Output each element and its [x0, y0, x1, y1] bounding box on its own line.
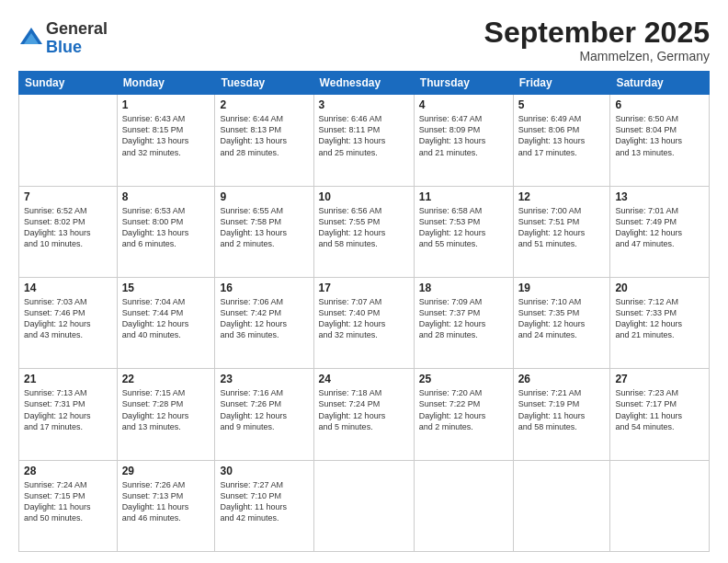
calendar-table: Sunday Monday Tuesday Wednesday Thursday…: [18, 71, 710, 552]
day-info: Sunrise: 7:07 AMSunset: 7:40 PMDaylight:…: [319, 296, 409, 341]
day-info: Sunrise: 7:26 AMSunset: 7:13 PMDaylight:…: [122, 479, 210, 524]
calendar-cell: 6Sunrise: 6:50 AMSunset: 8:04 PMDaylight…: [610, 95, 710, 186]
calendar-cell: 9Sunrise: 6:55 AMSunset: 7:58 PMDaylight…: [215, 186, 313, 277]
day-number: 21: [24, 373, 112, 385]
day-number: 24: [319, 373, 409, 385]
calendar-cell: 15Sunrise: 7:04 AMSunset: 7:44 PMDayligh…: [117, 277, 215, 368]
calendar-cell: 12Sunrise: 7:00 AMSunset: 7:51 PMDayligh…: [513, 186, 610, 277]
calendar-cell: 17Sunrise: 7:07 AMSunset: 7:40 PMDayligh…: [313, 277, 414, 368]
calendar-header: Sunday Monday Tuesday Wednesday Thursday…: [19, 72, 710, 95]
day-number: 6: [615, 98, 704, 111]
logo: General Blue: [18, 20, 108, 57]
day-info: Sunrise: 7:18 AMSunset: 7:24 PMDaylight:…: [319, 387, 409, 432]
day-info: Sunrise: 7:00 AMSunset: 7:51 PMDaylight:…: [518, 205, 606, 250]
month-title: September 2025: [484, 17, 710, 49]
calendar-cell: 23Sunrise: 7:16 AMSunset: 7:26 PMDayligh…: [215, 369, 313, 460]
day-number: 22: [122, 373, 210, 385]
calendar-cell: 4Sunrise: 6:47 AMSunset: 8:09 PMDaylight…: [414, 95, 513, 186]
logo-text: General Blue: [46, 20, 108, 57]
calendar-cell: [513, 460, 610, 551]
day-info: Sunrise: 7:20 AMSunset: 7:22 PMDaylight:…: [419, 387, 508, 432]
day-number: 2: [220, 98, 308, 111]
col-monday: Monday: [117, 72, 215, 95]
day-number: 8: [122, 190, 210, 203]
calendar-cell: 19Sunrise: 7:10 AMSunset: 7:35 PMDayligh…: [513, 277, 610, 368]
day-number: 26: [518, 373, 606, 385]
day-number: 29: [122, 465, 210, 477]
calendar-cell: 8Sunrise: 6:53 AMSunset: 8:00 PMDaylight…: [117, 186, 215, 277]
calendar-cell: 5Sunrise: 6:49 AMSunset: 8:06 PMDaylight…: [513, 95, 610, 186]
day-number: 18: [419, 282, 508, 294]
day-number: 16: [220, 282, 308, 294]
calendar-cell: 27Sunrise: 7:23 AMSunset: 7:17 PMDayligh…: [610, 369, 710, 460]
calendar-cell: 1Sunrise: 6:43 AMSunset: 8:15 PMDaylight…: [117, 95, 215, 186]
day-number: 28: [24, 465, 112, 477]
day-number: 5: [518, 98, 606, 111]
day-number: 27: [615, 373, 704, 385]
calendar-cell: 21Sunrise: 7:13 AMSunset: 7:31 PMDayligh…: [19, 369, 118, 460]
day-info: Sunrise: 6:50 AMSunset: 8:04 PMDaylight:…: [615, 113, 704, 158]
logo-general: General: [46, 20, 108, 39]
day-number: 11: [419, 190, 508, 203]
day-info: Sunrise: 7:24 AMSunset: 7:15 PMDaylight:…: [24, 479, 112, 524]
calendar-cell: 10Sunrise: 6:56 AMSunset: 7:55 PMDayligh…: [313, 186, 414, 277]
day-info: Sunrise: 6:58 AMSunset: 7:53 PMDaylight:…: [419, 205, 508, 250]
calendar-cell: 18Sunrise: 7:09 AMSunset: 7:37 PMDayligh…: [414, 277, 513, 368]
page: General Blue September 2025 Mammelzen, G…: [0, 0, 728, 563]
day-info: Sunrise: 7:01 AMSunset: 7:49 PMDaylight:…: [615, 205, 704, 250]
calendar-cell: 3Sunrise: 6:46 AMSunset: 8:11 PMDaylight…: [313, 95, 414, 186]
day-info: Sunrise: 7:03 AMSunset: 7:46 PMDaylight:…: [24, 296, 112, 341]
calendar-cell: 29Sunrise: 7:26 AMSunset: 7:13 PMDayligh…: [117, 460, 215, 551]
title-block: September 2025 Mammelzen, Germany: [484, 17, 710, 63]
day-info: Sunrise: 6:44 AMSunset: 8:13 PMDaylight:…: [220, 113, 308, 158]
calendar-cell: 24Sunrise: 7:18 AMSunset: 7:24 PMDayligh…: [313, 369, 414, 460]
col-friday: Friday: [513, 72, 610, 95]
calendar-cell: 16Sunrise: 7:06 AMSunset: 7:42 PMDayligh…: [215, 277, 313, 368]
logo-blue: Blue: [46, 39, 108, 57]
calendar-cell: [313, 460, 414, 551]
day-number: 25: [419, 373, 508, 385]
day-number: 12: [518, 190, 606, 203]
day-info: Sunrise: 7:13 AMSunset: 7:31 PMDaylight:…: [24, 387, 112, 432]
day-info: Sunrise: 7:16 AMSunset: 7:26 PMDaylight:…: [220, 387, 308, 432]
day-info: Sunrise: 7:06 AMSunset: 7:42 PMDaylight:…: [220, 296, 308, 341]
header-row: Sunday Monday Tuesday Wednesday Thursday…: [19, 72, 710, 95]
day-number: 17: [319, 282, 409, 294]
calendar-cell: 13Sunrise: 7:01 AMSunset: 7:49 PMDayligh…: [610, 186, 710, 277]
calendar-cell: 26Sunrise: 7:21 AMSunset: 7:19 PMDayligh…: [513, 369, 610, 460]
calendar-cell: [19, 95, 118, 186]
day-info: Sunrise: 7:21 AMSunset: 7:19 PMDaylight:…: [518, 387, 606, 432]
day-info: Sunrise: 7:23 AMSunset: 7:17 PMDaylight:…: [615, 387, 704, 432]
day-number: 10: [319, 190, 409, 203]
day-info: Sunrise: 6:47 AMSunset: 8:09 PMDaylight:…: [419, 113, 508, 158]
day-number: 4: [419, 98, 508, 111]
week-row-2: 7Sunrise: 6:52 AMSunset: 8:02 PMDaylight…: [19, 186, 710, 277]
calendar-cell: 25Sunrise: 7:20 AMSunset: 7:22 PMDayligh…: [414, 369, 513, 460]
day-number: 9: [220, 190, 308, 203]
subtitle: Mammelzen, Germany: [484, 49, 710, 63]
calendar-cell: 30Sunrise: 7:27 AMSunset: 7:10 PMDayligh…: [215, 460, 313, 551]
day-number: 15: [122, 282, 210, 294]
col-saturday: Saturday: [610, 72, 710, 95]
day-info: Sunrise: 7:27 AMSunset: 7:10 PMDaylight:…: [220, 479, 308, 524]
day-info: Sunrise: 7:04 AMSunset: 7:44 PMDaylight:…: [122, 296, 210, 341]
calendar-cell: 22Sunrise: 7:15 AMSunset: 7:28 PMDayligh…: [117, 369, 215, 460]
day-info: Sunrise: 7:10 AMSunset: 7:35 PMDaylight:…: [518, 296, 606, 341]
calendar-cell: 14Sunrise: 7:03 AMSunset: 7:46 PMDayligh…: [19, 277, 118, 368]
day-number: 30: [220, 465, 308, 477]
week-row-5: 28Sunrise: 7:24 AMSunset: 7:15 PMDayligh…: [19, 460, 710, 551]
day-info: Sunrise: 6:46 AMSunset: 8:11 PMDaylight:…: [319, 113, 409, 158]
day-number: 13: [615, 190, 704, 203]
calendar-cell: 11Sunrise: 6:58 AMSunset: 7:53 PMDayligh…: [414, 186, 513, 277]
col-wednesday: Wednesday: [313, 72, 414, 95]
day-number: 23: [220, 373, 308, 385]
day-info: Sunrise: 7:15 AMSunset: 7:28 PMDaylight:…: [122, 387, 210, 432]
calendar-body: 1Sunrise: 6:43 AMSunset: 8:15 PMDaylight…: [19, 95, 710, 552]
week-row-3: 14Sunrise: 7:03 AMSunset: 7:46 PMDayligh…: [19, 277, 710, 368]
day-number: 7: [24, 190, 112, 203]
day-number: 20: [615, 282, 704, 294]
day-info: Sunrise: 7:09 AMSunset: 7:37 PMDaylight:…: [419, 296, 508, 341]
day-number: 19: [518, 282, 606, 294]
calendar-cell: 28Sunrise: 7:24 AMSunset: 7:15 PMDayligh…: [19, 460, 118, 551]
col-thursday: Thursday: [414, 72, 513, 95]
